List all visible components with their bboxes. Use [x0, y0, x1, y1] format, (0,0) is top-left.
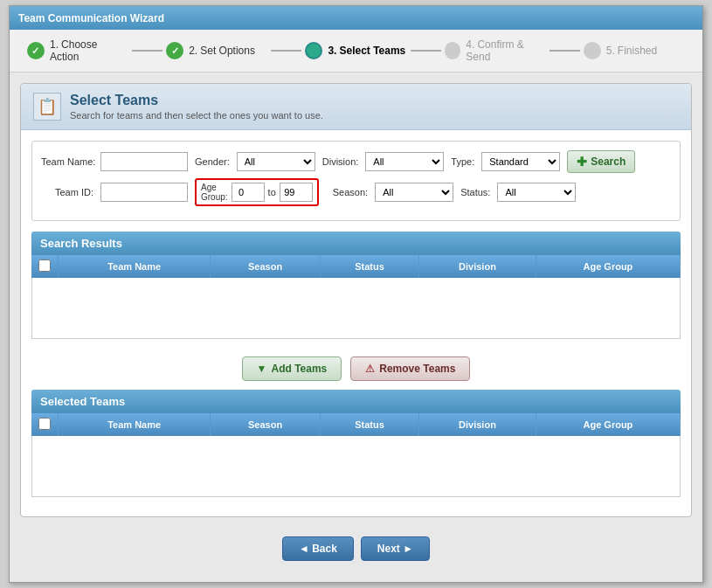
col-team-name: Team Name — [59, 255, 211, 278]
search-results-header: Search Results — [31, 232, 681, 255]
selected-teams-table: Team Name Season Status Division Age Gro… — [31, 413, 681, 436]
age-to-input[interactable] — [280, 183, 313, 202]
main-content: 📋 Select Teams Search for teams and then… — [10, 73, 702, 582]
remove-teams-button[interactable]: ⚠ Remove Teams — [350, 356, 470, 381]
sel-col-age-group: Age Group — [536, 413, 680, 436]
step-5-label: 5. Finished — [606, 45, 657, 57]
select-teams-panel: 📋 Select Teams Search for teams and then… — [20, 83, 692, 517]
main-window: Team Communication Wizard ✓ 1. Choose Ac… — [9, 5, 703, 583]
step-2-label: 2. Set Options — [189, 45, 255, 57]
remove-icon: ⚠ — [365, 363, 375, 375]
col-status: Status — [320, 255, 418, 278]
sel-col-team-name: Team Name — [59, 413, 211, 436]
team-name-input[interactable] — [100, 152, 188, 171]
panel-header: 📋 Select Teams Search for teams and then… — [21, 84, 691, 130]
form-row-1: Team Name: Gender: All Male Female Divis… — [41, 150, 671, 173]
selected-teams-section: Selected Teams Team Name Season Status D… — [31, 390, 681, 497]
next-button[interactable]: Next ► — [361, 536, 430, 561]
gender-select[interactable]: All Male Female — [237, 152, 315, 171]
step-1-icon: ✓ — [27, 42, 45, 59]
division-select[interactable]: All — [365, 152, 444, 171]
step-1: ✓ 1. Choose Action — [27, 38, 128, 63]
window-title: Team Communication Wizard — [18, 12, 164, 24]
panel-icon: 📋 — [33, 93, 61, 121]
search-results-section: Search Results Team Name Season Status D… — [31, 232, 681, 339]
age-from-input[interactable] — [232, 183, 265, 202]
add-teams-button[interactable]: ▼ Add Teams — [242, 356, 342, 381]
step-5: 5. Finished — [584, 42, 685, 59]
team-name-label: Team Name: — [41, 156, 93, 167]
nav-row: ◄ Back Next ► — [20, 526, 692, 571]
sel-col-season: Season — [211, 413, 321, 436]
step-4: 4. Confirm & Send — [445, 38, 546, 63]
age-from-spinner — [232, 183, 265, 202]
col-division: Division — [419, 255, 536, 278]
connector-4-5 — [550, 50, 580, 52]
season-select[interactable]: All — [375, 183, 453, 202]
panel-subtitle: Search for teams and then select the one… — [70, 110, 323, 121]
step-3: 3. Select Teams — [305, 42, 406, 59]
team-id-label: Team ID: — [41, 187, 93, 197]
form-row-2: Team ID: AgeGroup: to Sea — [41, 178, 671, 206]
col-checkbox — [31, 255, 59, 278]
step-3-label: 3. Select Teams — [328, 45, 405, 57]
age-group-label: AgeGroup: — [201, 183, 228, 202]
step-2-icon: ✓ — [166, 42, 183, 59]
gender-label: Gender: — [195, 156, 230, 167]
age-to-spinner — [280, 183, 313, 202]
status-label: Status: — [460, 187, 490, 197]
select-all-selected-checkbox[interactable] — [38, 418, 51, 430]
search-results-table: Team Name Season Status Division Age Gro… — [31, 255, 681, 278]
selected-teams-thead: Team Name Season Status Division Age Gro… — [31, 413, 681, 436]
back-button[interactable]: ◄ Back — [282, 536, 354, 561]
selected-teams-header-row: Team Name Season Status Division Age Gro… — [31, 413, 681, 436]
type-label: Type: — [451, 156, 474, 167]
status-select[interactable]: All Active Inactive — [497, 183, 576, 202]
step-4-label: 4. Confirm & Send — [466, 38, 546, 63]
step-2: ✓ 2. Set Options — [166, 42, 267, 59]
select-all-search-checkbox[interactable] — [38, 259, 51, 272]
search-results-empty-body — [31, 278, 681, 339]
sel-col-division: Division — [419, 413, 536, 436]
step-1-label: 1. Choose Action — [50, 38, 128, 63]
step-5-icon — [584, 42, 601, 59]
plus-icon: ✚ — [577, 155, 587, 169]
division-label: Division: — [322, 156, 359, 167]
season-label: Season: — [333, 187, 368, 197]
age-to-text: to — [268, 187, 276, 197]
search-button[interactable]: ✚ Search — [567, 150, 635, 173]
connector-1-2 — [132, 50, 162, 52]
step-4-icon — [445, 42, 461, 59]
selected-teams-empty-body — [31, 436, 681, 497]
search-results-header-row: Team Name Season Status Division Age Gro… — [31, 255, 681, 278]
search-results-thead: Team Name Season Status Division Age Gro… — [31, 255, 681, 278]
panel-header-text: Select Teams Search for teams and then s… — [70, 93, 323, 121]
title-bar: Team Communication Wizard — [10, 6, 702, 30]
age-group-box: AgeGroup: to — [195, 178, 319, 206]
add-icon: ▼ — [257, 363, 267, 375]
type-select[interactable]: Standard Select — [481, 152, 560, 171]
step-3-icon — [305, 42, 322, 59]
team-id-input[interactable] — [100, 183, 188, 202]
col-season: Season — [211, 255, 321, 278]
sel-col-checkbox — [31, 413, 59, 436]
wizard-steps: ✓ 1. Choose Action ✓ 2. Set Options 3. S… — [10, 30, 702, 73]
connector-2-3 — [271, 50, 301, 52]
search-form: Team Name: Gender: All Male Female Divis… — [31, 141, 681, 221]
panel-title: Select Teams — [70, 93, 323, 108]
selected-teams-header: Selected Teams — [31, 390, 681, 413]
sel-col-status: Status — [320, 413, 418, 436]
action-row: ▼ Add Teams ⚠ Remove Teams — [31, 348, 681, 390]
col-age-group: Age Group — [536, 255, 680, 278]
connector-3-4 — [411, 50, 441, 52]
panel-body: Team Name: Gender: All Male Female Divis… — [21, 130, 691, 516]
